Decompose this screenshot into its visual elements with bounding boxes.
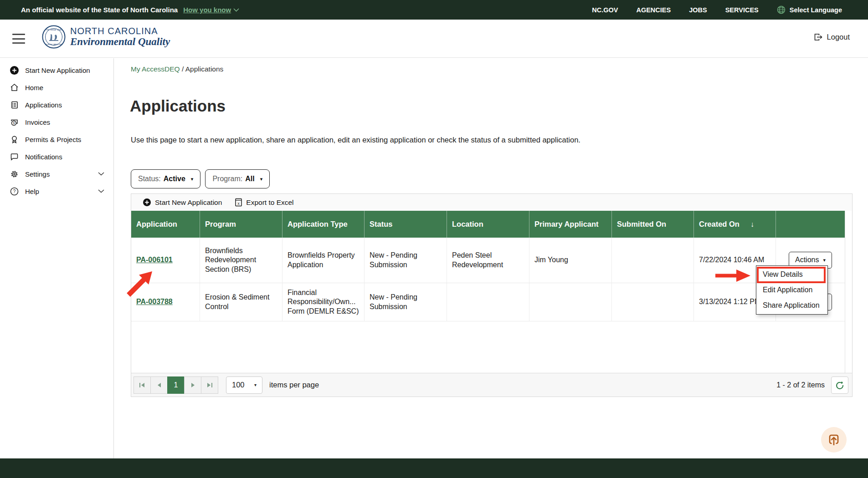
caret-down-icon: ▾ [254,382,257,387]
grid-toolbar: Start New Application x Export to Excel [131,194,852,211]
sidebar-nav: Start New Application Home Applications … [0,58,114,458]
cell-application-type: Financial Responsibility/Own... Form (DE… [282,283,364,321]
deq-logo: THE GREAT SEAL NORTH CAROLINA NORTH CARO… [42,25,170,49]
nav-services[interactable]: SERVICES [725,6,759,14]
sidebar-item-invoices[interactable]: $ Invoices [0,113,113,131]
sort-descending-icon: ↓ [750,220,754,229]
application-link[interactable]: PA-006101 [136,255,173,264]
nav-jobs[interactable]: JOBS [689,6,707,14]
sidebar-item-applications[interactable]: Applications [0,96,113,113]
page-number-button[interactable]: 1 [167,376,185,394]
caret-down-icon: ▾ [823,257,826,263]
table-header-row: Application Program Application Type Sta… [131,211,852,238]
caret-down-icon: ▾ [191,176,194,182]
application-link[interactable]: PA-003788 [136,297,173,306]
export-to-excel-button[interactable]: x Export to Excel [235,198,293,207]
page-description: Use this page to start a new application… [131,136,580,144]
sidebar-item-settings[interactable]: Settings [0,165,113,183]
svg-text:x: x [238,201,240,206]
next-page-button[interactable] [184,376,201,394]
refresh-button[interactable] [831,376,848,394]
sidebar-item-home[interactable]: Home [0,79,113,96]
chat-bubble-icon [10,152,19,162]
list-icon [10,100,19,110]
pagination-range-label: 1 - 2 of 2 items [776,381,825,389]
share-up-icon [827,433,841,447]
invoice-icon: $ [10,117,19,127]
how-you-know-link[interactable]: How you know [183,6,239,14]
official-text: An official website of the State of Nort… [21,6,178,14]
sidebar-item-notifications[interactable]: Notifications [0,148,113,165]
page-title: Applications [130,97,226,115]
gear-icon [10,169,19,179]
grid-pagination: 1 100 ▾ items per page 1 - 2 of 2 items [131,373,852,397]
page-footer [0,458,868,478]
column-header-primary-applicant[interactable]: Primary Applicant [529,211,611,238]
sidebar-item-help[interactable]: ? Help [0,183,113,200]
logo-text-line1: NORTH CAROLINA [70,26,170,36]
cell-submitted-on [611,238,693,283]
status-filter-dropdown[interactable]: Status: Active ▾ [131,169,200,188]
column-header-location[interactable]: Location [447,211,529,238]
logo-text-line2: Environmental Quality [70,36,170,47]
chevron-down-icon [233,8,239,12]
home-icon [10,83,19,92]
previous-page-icon [157,382,161,388]
svg-text:NORTH CAROLINA: NORTH CAROLINA [45,43,62,46]
nav-nc-gov[interactable]: NC.GOV [592,6,618,14]
cell-status: New - Pending Submission [364,283,447,321]
cell-program: Erosion & Sediment Control [200,283,282,321]
menu-item-share-application[interactable]: Share Application [756,298,827,313]
start-new-application-button[interactable]: Start New Application [143,198,222,207]
svg-text:$: $ [13,122,15,125]
actions-dropdown-menu: View Details Edit Application Share Appl… [756,265,828,315]
logout-icon [813,32,823,42]
applications-grid: Start New Application x Export to Excel … [131,193,853,397]
svg-text:?: ? [13,189,16,194]
logout-button[interactable]: Logout [813,32,850,42]
breadcrumb-my-accessdeq[interactable]: My AccessDEQ [131,65,180,73]
first-page-button[interactable] [134,376,151,394]
column-header-status[interactable]: Status [364,211,447,238]
menu-item-edit-application[interactable]: Edit Application [756,282,827,298]
first-page-icon [139,382,145,388]
table-row: PA-006101 Brownfields Redevelopment Sect… [131,238,852,283]
nav-agencies[interactable]: AGENCIES [636,6,671,14]
sidebar-item-start-new-application[interactable]: Start New Application [0,61,113,79]
cell-location [447,283,529,321]
award-icon [10,135,19,144]
column-header-submitted-on[interactable]: Submitted On [611,211,693,238]
column-header-created-on[interactable]: Created On↓ [693,211,776,238]
app-header: THE GREAT SEAL NORTH CAROLINA NORTH CARO… [0,20,868,58]
last-page-button[interactable] [201,376,218,394]
cell-primary-applicant [529,283,611,321]
page-size-select[interactable]: 100 ▾ [226,376,262,394]
cell-submitted-on [611,283,693,321]
items-per-page-label: items per page [269,381,319,389]
table-row: PA-003788 Erosion & Sediment Control Fin… [131,283,852,321]
menu-toggle-button[interactable] [12,34,25,44]
column-header-application[interactable]: Application [131,211,200,238]
cell-application-type: Brownfields Property Application [282,238,364,283]
column-header-program[interactable]: Program [200,211,282,238]
cell-primary-applicant: Jim Young [529,238,611,283]
grid-scrollbar-gutter[interactable] [845,211,852,373]
breadcrumb: My AccessDEQ / Applications [131,65,223,73]
nc-state-seal-icon: THE GREAT SEAL NORTH CAROLINA [42,25,66,49]
select-language-button[interactable]: Select Language [777,5,842,14]
program-filter-dropdown[interactable]: Program: All ▾ [205,169,270,188]
menu-item-view-details[interactable]: View Details [756,267,827,282]
previous-page-button[interactable] [150,376,168,394]
cell-status: New - Pending Submission [364,238,447,283]
column-header-application-type[interactable]: Application Type [282,211,364,238]
breadcrumb-current: Applications [185,65,224,73]
plus-circle-icon [10,66,19,75]
feedback-fab-button[interactable] [821,427,847,453]
cell-program: Brownfields Redevelopment Section (BRS) [200,238,282,283]
question-icon: ? [10,187,19,196]
caret-down-icon: ▾ [260,176,263,182]
next-page-icon [191,382,195,388]
sidebar-item-permits-projects[interactable]: Permits & Projects [0,131,113,148]
excel-file-icon: x [235,198,242,207]
cell-location: Peden Steel Redevelopment [447,238,529,283]
